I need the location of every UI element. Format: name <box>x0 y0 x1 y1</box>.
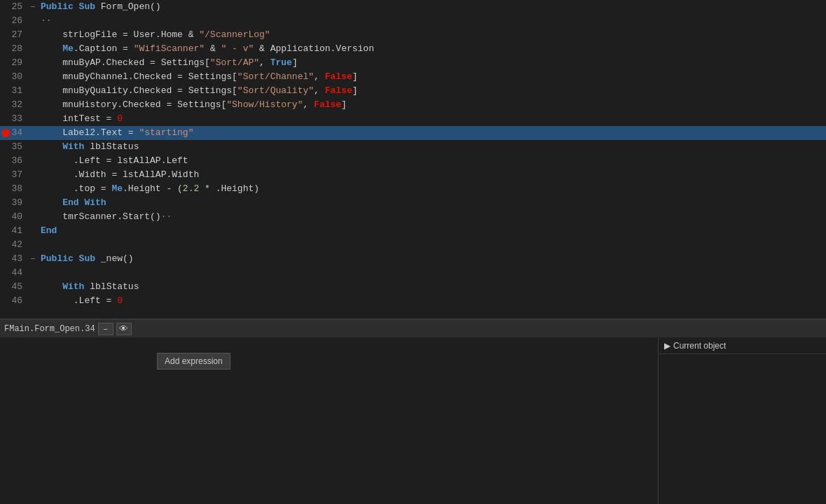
code-token: False <box>314 99 341 110</box>
code-token: True <box>270 57 292 68</box>
code-token: Public Sub <box>41 253 95 264</box>
table-row: 29 mnuByAP.Checked = Settings["Sort/AP",… <box>0 56 826 70</box>
line-number: 39 <box>0 196 28 210</box>
line-number: 35 <box>0 140 28 154</box>
code-token: Label2.Text = <box>41 127 139 138</box>
code-token: ] <box>352 85 358 96</box>
code-content: End <box>38 224 826 238</box>
code-token: strLogFile = User.Home <box>41 29 188 40</box>
code-token: Form_Open() <box>95 1 161 12</box>
code-content: strLogFile = User.Home & "/ScannerLog" <box>38 28 826 42</box>
code-token: & <box>210 43 221 54</box>
table-row: 36 .Left = lstAllAP.Left <box>0 154 826 168</box>
code-token: Me <box>111 183 123 194</box>
code-content: Label2.Text = "starting" <box>38 126 826 140</box>
code-token: & Application.Version <box>254 43 374 54</box>
code-content: End With <box>38 196 826 210</box>
table-row: 26·· <box>0 14 826 28</box>
code-token: With <box>62 281 84 292</box>
code-token: "Sort/Quality" <box>238 85 314 96</box>
code-token: ] <box>341 99 347 110</box>
eye-button[interactable]: 👁 <box>116 323 132 335</box>
code-token: ·· <box>41 15 52 26</box>
table-row: 27 strLogFile = User.Home & "/ScannerLog… <box>0 28 826 42</box>
code-content: .Left = lstAllAP.Left <box>38 154 826 168</box>
code-token: , <box>259 57 270 68</box>
chevron-right-icon: ▶ <box>664 341 670 351</box>
table-row: 41End <box>0 224 826 238</box>
code-token: ] <box>292 57 298 68</box>
code-token: .Caption = <box>74 43 134 54</box>
code-token: False <box>325 71 352 82</box>
code-token: .top = <box>41 183 111 194</box>
table-row: 25—Public Sub Form_Open() <box>0 0 826 14</box>
table-row: 32 mnuHistory.Checked = Settings["Show/H… <box>0 98 826 112</box>
code-content: .Width = lstAllAP.Width <box>38 168 826 182</box>
table-row: 46 .Left = 0 <box>0 294 826 308</box>
code-token: lblStatus <box>84 281 139 292</box>
code-token: 2.2 <box>183 183 199 194</box>
code-editor[interactable]: 25—Public Sub Form_Open()26··27 strLogFi… <box>0 0 826 318</box>
debug-toolbar: FMain.Form_Open.34 − 👁 <box>0 319 826 337</box>
code-content: .Left = 0 <box>38 294 826 308</box>
line-number: 32 <box>0 98 28 112</box>
code-content: mnuByAP.Checked = Settings["Sort/AP", Tr… <box>38 56 826 70</box>
code-token: "Sort/AP" <box>210 57 259 68</box>
code-token: .Width = lstAllAP.Width <box>41 169 199 180</box>
line-number: 43 <box>0 252 28 266</box>
table-row: 38 .top = Me.Height - (2.2 * .Height) <box>0 182 826 196</box>
table-row: 28 Me.Caption = "WifiScanner" & " - v" &… <box>0 42 826 56</box>
line-number: 37 <box>0 168 28 182</box>
line-number: 38 <box>0 182 28 196</box>
code-token: .Left = <box>41 295 117 306</box>
table-row: 43—Public Sub _new() <box>0 252 826 266</box>
code-content: ·· <box>38 14 826 28</box>
code-token <box>41 43 62 54</box>
line-number: 36 <box>0 154 28 168</box>
code-token: ·· <box>161 211 172 222</box>
code-token: "Show/History" <box>226 99 303 110</box>
code-token: Me <box>62 43 74 54</box>
line-number: 26 <box>0 14 28 28</box>
code-token: mnuByChannel.Checked = Settings[ <box>41 71 238 82</box>
code-token: intTest = <box>41 113 117 124</box>
code-token <box>205 43 210 54</box>
table-row: 37 .Width = lstAllAP.Width <box>0 168 826 182</box>
code-token: " - v" <box>221 43 254 54</box>
line-number: 34 <box>0 126 28 140</box>
code-token: 0 <box>117 295 123 306</box>
code-token: , <box>314 71 325 82</box>
code-token: "starting" <box>139 127 193 138</box>
fold-icon[interactable]: — <box>28 0 38 14</box>
code-token: & <box>188 29 200 40</box>
code-content: With lblStatus <box>38 140 826 154</box>
line-number: 29 <box>0 56 28 70</box>
code-token: mnuByQuality.Checked = Settings[ <box>41 85 238 96</box>
add-expression-button[interactable]: Add expression <box>157 353 230 370</box>
code-token: ] <box>352 71 358 82</box>
code-content: mnuByQuality.Checked = Settings["Sort/Qu… <box>38 84 826 98</box>
table-row: 31 mnuByQuality.Checked = Settings["Sort… <box>0 84 826 98</box>
code-token: _new() <box>95 253 134 264</box>
line-number: 28 <box>0 42 28 56</box>
line-number: 27 <box>0 28 28 42</box>
code-token: End <box>41 225 57 236</box>
table-row: 40 tmrScanner.Start()·· <box>0 210 826 224</box>
line-number: 25 <box>0 0 28 14</box>
code-token: , <box>314 85 325 96</box>
current-object-header: ▶ Current object <box>659 337 826 354</box>
line-number: 33 <box>0 112 28 126</box>
code-token: "Sort/Channel" <box>238 71 314 82</box>
minus-button[interactable]: − <box>98 323 113 335</box>
fold-icon[interactable]: — <box>28 252 38 266</box>
table-row: 45 With lblStatus <box>0 280 826 294</box>
code-content: mnuHistory.Checked = Settings["Show/Hist… <box>38 98 826 112</box>
code-token: "WifiScanner" <box>134 43 205 54</box>
table-row: 30 mnuByChannel.Checked = Settings["Sort… <box>0 70 826 84</box>
line-number: 31 <box>0 84 28 98</box>
table-row: 39 End With <box>0 196 826 210</box>
location-label: FMain.Form_Open.34 <box>4 324 95 334</box>
watch-panel[interactable]: Add expression <box>0 337 659 504</box>
code-token: * .Height) <box>199 183 259 194</box>
code-token: False <box>325 85 352 96</box>
